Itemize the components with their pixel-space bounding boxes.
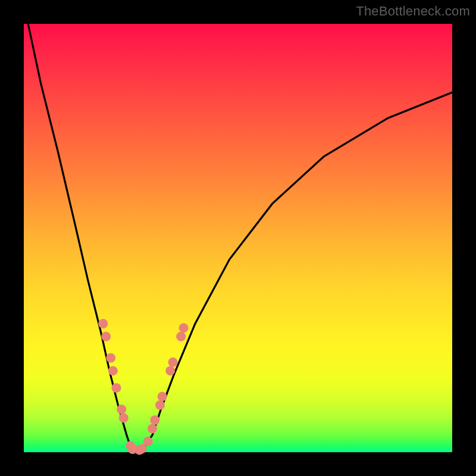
plot-area	[24, 24, 452, 452]
highlight-dot	[150, 415, 159, 425]
highlight-dot	[179, 323, 189, 333]
highlight-dot	[101, 332, 111, 342]
highlight-dot	[158, 392, 167, 401]
highlight-dot	[148, 424, 157, 433]
chart-frame: TheBottleneck.com	[0, 0, 476, 476]
highlight-dot	[168, 358, 178, 367]
highlight-dot	[106, 353, 115, 363]
highlight-dot	[98, 319, 108, 328]
highlight-dot	[143, 437, 153, 446]
highlight-dot	[165, 366, 175, 375]
highlight-dot	[112, 383, 121, 393]
highlight-dots	[98, 319, 188, 455]
highlight-dot	[117, 405, 126, 414]
highlight-dot	[176, 332, 186, 342]
highlight-dot	[119, 413, 129, 422]
curve-svg	[24, 24, 452, 452]
watermark-text: TheBottleneck.com	[356, 4, 470, 19]
highlight-dot	[108, 366, 118, 375]
highlight-dot	[155, 400, 165, 410]
bottleneck-curve	[28, 24, 452, 452]
